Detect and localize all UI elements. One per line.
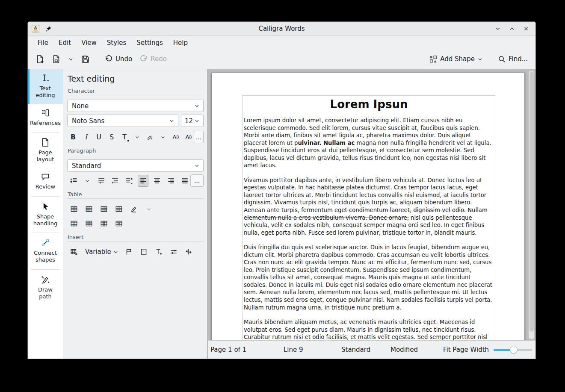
chevron-down-icon — [85, 178, 90, 183]
insert-column-right-button[interactable] — [98, 203, 110, 215]
add-shape-icon — [429, 55, 438, 63]
font-size-spinner[interactable]: 12 — [181, 115, 204, 127]
font-family-dropdown[interactable]: Noto Sans — [67, 115, 178, 127]
insert-column-left-button[interactable] — [83, 203, 95, 215]
maximize-button[interactable] — [508, 25, 516, 32]
scrollbar-thumb[interactable] — [530, 71, 534, 332]
sidebar-tab-review[interactable]: Review — [28, 168, 63, 195]
table-row-1 — [68, 203, 204, 215]
open-document-icon — [52, 55, 61, 64]
paragraph-style-value: Standard — [72, 162, 194, 170]
sidebar-tab-draw-path[interactable]: Draw path — [28, 271, 63, 305]
section-rule — [67, 241, 204, 242]
font-color-button[interactable]: T — [119, 132, 130, 143]
italic-button[interactable]: I — [81, 132, 91, 143]
decrease-indent-button[interactable] — [96, 175, 107, 187]
delete-column-button[interactable] — [98, 218, 110, 230]
insert-table-button[interactable] — [68, 246, 80, 258]
connector-icon — [41, 238, 50, 248]
sidebar-tab-label: Connect shapes — [31, 250, 59, 264]
insert-table-icon — [70, 248, 78, 256]
status-zoom-mode[interactable]: Fit Page Width — [443, 346, 489, 354]
bold-button[interactable]: B — [68, 132, 78, 143]
menu-styles[interactable]: Styles — [102, 38, 131, 48]
merge-cells-icon — [115, 205, 123, 213]
insert-index-button[interactable] — [183, 246, 195, 258]
underline-button[interactable]: U — [94, 132, 104, 143]
menu-help[interactable]: Help — [169, 38, 192, 48]
menu-file[interactable]: File — [33, 38, 53, 48]
main-toolbar: Undo Redo Add Shape Find... — [28, 49, 535, 69]
references-icon — [41, 108, 50, 118]
insert-text-button[interactable] — [153, 246, 165, 258]
paragraph-2: Vivamus porttitor dapibus ante, in vesti… — [244, 177, 494, 236]
increase-indent-button[interactable] — [110, 175, 121, 187]
align-center-button[interactable] — [151, 175, 163, 187]
vertical-scrollbar[interactable] — [529, 71, 534, 339]
save-button[interactable] — [79, 53, 92, 66]
main-area: Text editing References Page layout Revi — [28, 69, 535, 359]
merge-cells-button[interactable] — [113, 203, 125, 215]
menu-edit[interactable]: Edit — [54, 38, 76, 48]
list-style-dropdown[interactable] — [82, 175, 93, 187]
redo-button[interactable]: Redo — [138, 53, 169, 65]
zoom-slider-handle[interactable] — [510, 346, 518, 354]
save-icon — [81, 55, 90, 64]
sidebar-tab-text-editing[interactable]: Text editing — [28, 69, 63, 104]
superscript-base: A — [172, 134, 176, 140]
configure-variables-button[interactable] — [168, 246, 180, 258]
table-border-dropdown[interactable] — [143, 203, 155, 215]
sidebar-tab-page-layout[interactable]: Page layout — [28, 133, 63, 168]
sidebar-tab-connect-shapes[interactable]: Connect shapes — [28, 234, 63, 268]
section-rule — [67, 95, 204, 95]
paragraph-style-dropdown[interactable]: Standard — [67, 159, 204, 172]
menu-settings[interactable]: Settings — [132, 38, 168, 48]
indent-paragraph-button[interactable] — [124, 175, 135, 187]
align-right-button[interactable] — [166, 175, 177, 187]
font-color-dropdown[interactable] — [132, 132, 142, 143]
bookmark-flag-icon — [125, 248, 133, 256]
open-document-button[interactable] — [50, 53, 62, 66]
superscript-button[interactable]: AB — [171, 132, 181, 143]
highlight-color-button[interactable] — [145, 132, 155, 143]
delete-table-button[interactable] — [113, 218, 125, 230]
insert-row-below-button[interactable] — [68, 218, 80, 230]
highlight-color-dropdown[interactable] — [158, 132, 168, 143]
swap-arrows-icon — [185, 248, 192, 256]
zoom-slider[interactable] — [494, 346, 532, 354]
character-style-dropdown[interactable]: None — [67, 100, 204, 112]
document-canvas[interactable]: Lorem Ipsun Lorem ipsum dolor sit amet, … — [208, 69, 535, 340]
document-page[interactable]: Lorem Ipsun Lorem ipsum dolor sit amet, … — [211, 73, 525, 340]
undo-button[interactable]: Undo — [103, 53, 134, 65]
insert-row-above-icon — [70, 205, 78, 213]
tab-separator — [31, 196, 59, 197]
menu-view[interactable]: View — [77, 38, 101, 48]
align-justify-button[interactable] — [180, 175, 191, 187]
insert-row-above-button[interactable] — [68, 203, 80, 215]
close-button[interactable] — [522, 25, 530, 32]
minimize-button[interactable] — [494, 25, 502, 32]
insert-text-icon — [155, 248, 163, 256]
paragraph-format-row: ... — [68, 174, 204, 187]
sidebar-tab-shape-handling[interactable]: Shape handling — [28, 197, 63, 232]
section-paragraph-label: Paragraph — [68, 147, 203, 154]
insert-variable-dropdown[interactable]: Variable — [85, 248, 118, 256]
insert-framebreak-button[interactable] — [138, 246, 150, 258]
add-shape-button[interactable]: Add Shape — [428, 53, 485, 65]
list-style-button[interactable] — [68, 175, 79, 187]
text-frame[interactable]: Lorem Ipsun Lorem ipsum dolor sit amet, … — [242, 95, 495, 340]
subscript-button[interactable]: AB — [183, 132, 194, 143]
open-recent-dropdown[interactable] — [66, 54, 75, 64]
align-left-button[interactable] — [138, 175, 149, 187]
font-size-value: 12 — [185, 117, 194, 125]
delete-row-button[interactable] — [83, 218, 95, 230]
strikethrough-button[interactable]: S — [106, 132, 117, 143]
table-border-pen-button[interactable] — [128, 203, 140, 215]
character-more-button[interactable]: ... — [194, 131, 204, 143]
new-document-button[interactable] — [34, 53, 46, 66]
status-style-name[interactable]: Standard — [341, 346, 370, 354]
sidebar-tab-references[interactable]: References — [28, 104, 63, 131]
find-button[interactable]: Find... — [496, 53, 530, 65]
insert-bookmark-button[interactable] — [123, 246, 135, 258]
paragraph-more-button[interactable]: ... — [190, 174, 204, 187]
